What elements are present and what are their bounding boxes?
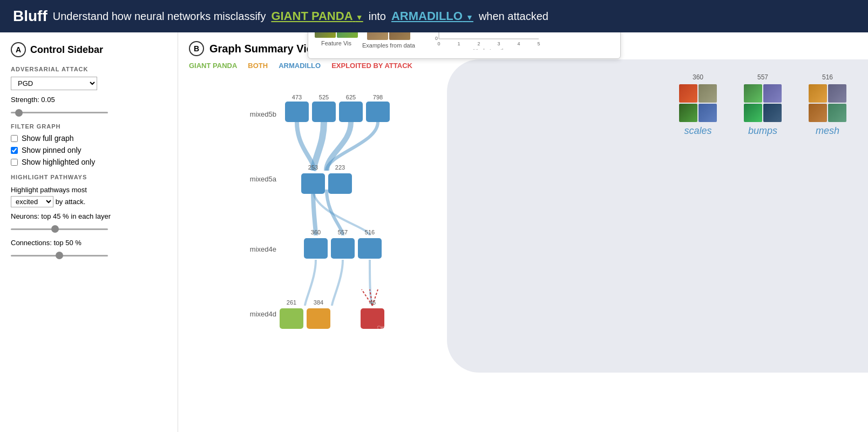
mesh-img-1 <box>809 84 827 103</box>
node-num-384: 384 <box>314 299 323 306</box>
concept-mesh-label: mesh <box>816 125 839 137</box>
node-num-261: 261 <box>287 299 296 306</box>
node-num-798: 798 <box>373 94 383 100</box>
source-class-selector[interactable]: GIANT PANDA ▼ <box>271 9 363 23</box>
node-557 <box>331 238 355 259</box>
mesh-img-4 <box>828 104 846 122</box>
target-class-selector[interactable]: ARMADILLO ▼ <box>391 9 473 23</box>
node-625 <box>339 102 363 122</box>
strength-slider-row: Strength: 0.05 <box>11 96 167 116</box>
attack-method-select[interactable]: PGD FGSM <box>11 77 97 90</box>
mesh-img-3 <box>809 104 827 122</box>
node-360 <box>304 238 328 259</box>
graph-section-badge: B <box>189 41 204 56</box>
concept-scales-number: 360 <box>693 73 703 81</box>
node-473 <box>285 102 309 122</box>
examples-grid <box>367 32 410 40</box>
layer-label-mixed5a: mixed5a <box>250 175 277 183</box>
filter-pinned-checkbox[interactable] <box>11 147 18 154</box>
cursor-icon: ☞ <box>377 323 385 334</box>
sidebar-title: Control Sidebar <box>30 44 103 56</box>
node-num-525: 525 <box>319 94 329 100</box>
highlight-text-row: Highlight pathways most excited inhibite… <box>11 185 167 208</box>
sidebar-header: A Control Sidebar <box>11 42 167 57</box>
source-class-arrow: ▼ <box>356 13 363 22</box>
node-num-473: 473 <box>292 94 302 100</box>
edge-5b-5a-2 <box>313 122 324 171</box>
feature-vis-col: mixed4d-46 Feature Vis <box>315 32 358 46</box>
graph-svg: mixed5b mixed5a mixed4e mixed4d 473 525 … <box>238 90 443 354</box>
edge-4e-4d-2 <box>332 260 343 306</box>
filter-highlighted-label[interactable]: Show highlighted only <box>22 158 95 166</box>
connections-slider[interactable] <box>11 255 108 256</box>
header-text-after: when attacked <box>479 10 548 23</box>
concept-mesh-thumb <box>809 84 846 122</box>
connections-slider-row: Connections: top 50 % <box>11 239 167 259</box>
adversarial-section-label: ADVERSARIAL ATTACK <box>11 66 167 72</box>
concept-bumps-number: 557 <box>757 73 768 81</box>
filter-full-graph-label[interactable]: Show full graph <box>22 134 74 143</box>
scales-img-4 <box>699 104 717 122</box>
svg-text:5: 5 <box>537 41 540 46</box>
bumps-img-4 <box>763 104 782 122</box>
filter-highlighted-checkbox[interactable] <box>11 159 18 166</box>
filter-full-graph-row: Show full graph <box>11 134 167 143</box>
svg-text:0: 0 <box>437 41 440 46</box>
bumps-img-3 <box>744 104 762 122</box>
highlight-word-select[interactable]: excited inhibited <box>11 196 53 207</box>
filter-section-label: FILTER GRAPH <box>11 123 167 130</box>
svg-text:1: 1 <box>457 41 460 46</box>
graph-title: Graph Summary View <box>209 43 321 55</box>
legend-exploit: EXPLOITED BY ATTACK <box>331 62 412 70</box>
concept-scales-thumb <box>679 84 717 122</box>
layer-label-mixed4d: mixed4d <box>250 310 276 318</box>
filter-full-graph-checkbox[interactable] <box>11 135 18 142</box>
legend-armadillo: ARMADILLO <box>279 62 321 70</box>
node-223 <box>328 173 352 194</box>
bumps-img-1 <box>744 84 762 103</box>
node-253 <box>301 173 325 194</box>
filter-pinned-row: Show pinned only <box>11 146 167 154</box>
bumps-img-2 <box>763 84 782 103</box>
neurons-slider[interactable] <box>11 228 108 230</box>
node-num-625: 625 <box>346 94 356 100</box>
header: Bluff Understand how neural networks mis… <box>0 0 868 32</box>
edge-5b-5a-1 <box>297 122 313 171</box>
scales-img-1 <box>679 84 697 103</box>
svg-text:0: 0 <box>435 36 438 41</box>
legend-giant-panda: GIANT PANDA <box>189 62 237 70</box>
header-text-middle: into <box>369 10 386 23</box>
main-container: A Control Sidebar ADVERSARIAL ATTACK PGD… <box>0 32 868 432</box>
svg-text:4: 4 <box>517 41 520 46</box>
legend-both: BOTH <box>248 62 268 70</box>
chart-col: Med. Activ. — Giant panda — Armadillo <box>419 32 614 52</box>
concept-thumbnails: 360 scales 557 <box>679 73 846 137</box>
app-logo: Bluff <box>13 8 48 25</box>
node-525 <box>312 102 336 122</box>
examples-label: Examples from data <box>362 42 415 49</box>
ex-img-6 <box>389 32 410 40</box>
scales-img-3 <box>679 104 697 122</box>
fv-img-6 <box>337 32 358 38</box>
node-num-516: 516 <box>365 229 375 235</box>
examples-col: Examples from data <box>362 32 415 49</box>
filter-pinned-label[interactable]: Show pinned only <box>22 146 82 154</box>
attack-method-row: PGD FGSM <box>11 77 167 90</box>
svg-text:2: 2 <box>477 41 480 46</box>
concept-mesh-number: 516 <box>822 73 833 81</box>
node-261 <box>280 308 303 329</box>
svg-text:Attack strength: Attack strength <box>472 48 505 50</box>
graph-area: B Graph Summary View GIANT PANDA BOTH AR… <box>178 32 868 432</box>
target-class-arrow: ▼ <box>466 13 473 22</box>
scales-img-2 <box>699 84 717 103</box>
neurons-slider-row: Neurons: top 45 % in each layer <box>11 212 167 232</box>
node-num-557: 557 <box>338 229 348 235</box>
strength-slider[interactable] <box>11 112 108 113</box>
control-sidebar: A Control Sidebar ADVERSARIAL ATTACK PGD… <box>0 32 178 432</box>
layer-label-mixed5b: mixed5b <box>250 110 276 118</box>
sidebar-section-badge: A <box>11 42 26 57</box>
feature-vis-grid <box>315 32 358 38</box>
feature-vis-label: Feature Vis <box>321 40 351 46</box>
node-516 <box>358 238 382 259</box>
concept-bumps-label: bumps <box>748 125 777 137</box>
